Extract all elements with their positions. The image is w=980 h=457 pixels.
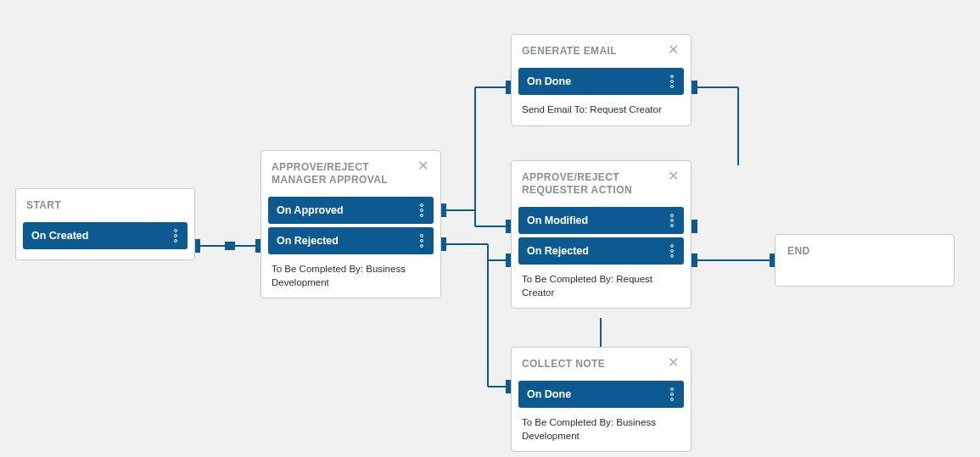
close-icon[interactable]: ✕: [416, 161, 430, 171]
node-requester-action[interactable]: APPROVE/REJECT REQUESTER ACTION ✕ On Mod…: [511, 160, 692, 309]
node-title-start: START: [26, 199, 61, 212]
drag-handle-icon[interactable]: [670, 387, 675, 401]
action-label: On Modified: [527, 215, 588, 226]
close-icon[interactable]: ✕: [666, 45, 680, 55]
node-title-end: END: [787, 245, 942, 257]
drag-handle-icon[interactable]: [420, 203, 425, 217]
action-on-rejected-requester[interactable]: On Rejected: [518, 237, 684, 265]
workflow-canvas[interactable]: START On Created APPROVE/REJECT MANAGER …: [0, 0, 980, 457]
drag-handle-icon[interactable]: [670, 244, 675, 258]
node-title-manager: APPROVE/REJECT MANAGER APPROVAL: [272, 161, 416, 187]
close-icon[interactable]: ✕: [666, 171, 680, 181]
close-icon[interactable]: ✕: [666, 358, 680, 368]
action-on-modified[interactable]: On Modified: [518, 207, 684, 234]
node-end[interactable]: END: [775, 234, 955, 287]
node-collect-note[interactable]: COLLECT NOTE ✕ On Done To Be Completed B…: [511, 347, 692, 452]
svg-rect-24: [692, 220, 697, 232]
action-label: On Rejected: [277, 235, 339, 247]
node-manager-approval[interactable]: APPROVE/REJECT MANAGER APPROVAL ✕ On App…: [260, 150, 441, 298]
action-on-approved[interactable]: On Approved: [268, 197, 434, 224]
node-start[interactable]: START On Created: [15, 188, 195, 260]
node-footer-collect-note: To Be Completed By: Business Development: [518, 411, 684, 444]
action-label: On Done: [527, 388, 571, 400]
node-footer-requester: To Be Completed By: Request Creator: [518, 268, 684, 301]
action-label: On Created: [31, 230, 88, 242]
action-on-created[interactable]: On Created: [23, 222, 188, 249]
action-label: On Approved: [277, 204, 344, 216]
drag-handle-icon[interactable]: [174, 229, 179, 242]
node-footer-manager: To Be Completed By: Business Development: [268, 258, 434, 291]
svg-rect-2: [226, 242, 234, 249]
node-footer-generate-email: Send Email To: Request Creator: [518, 98, 684, 119]
node-generate-email[interactable]: GENERATE EMAIL ✕ On Done Send Email To: …: [511, 34, 692, 126]
action-on-done-note[interactable]: On Done: [518, 381, 684, 408]
action-label: On Rejected: [527, 245, 589, 257]
action-on-done-email[interactable]: On Done: [518, 68, 684, 95]
drag-handle-icon[interactable]: [420, 234, 425, 248]
node-title-collect-note: COLLECT NOTE: [522, 358, 605, 371]
node-title-generate-email: GENERATE EMAIL: [522, 45, 617, 58]
action-label: On Done: [527, 75, 571, 87]
drag-handle-icon[interactable]: [670, 75, 675, 88]
svg-rect-25: [692, 254, 697, 266]
action-on-rejected-manager[interactable]: On Rejected: [268, 227, 434, 254]
svg-rect-21: [692, 81, 697, 93]
drag-handle-icon[interactable]: [670, 214, 675, 227]
node-title-requester: APPROVE/REJECT REQUESTER ACTION: [522, 171, 666, 197]
